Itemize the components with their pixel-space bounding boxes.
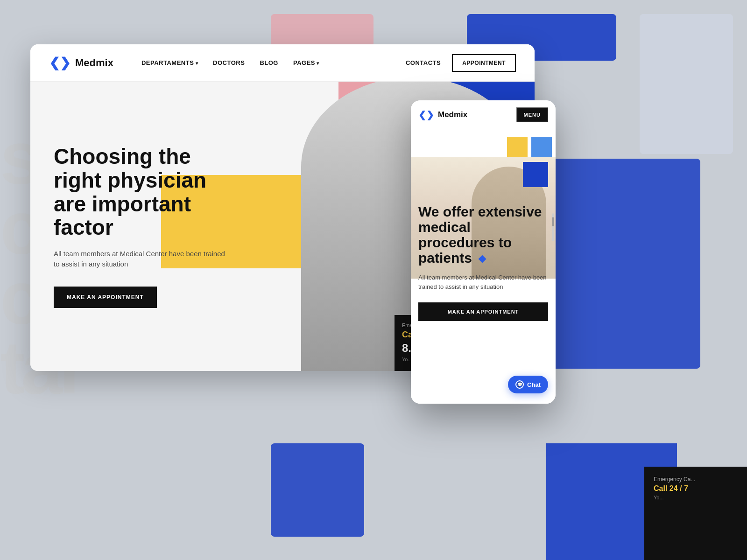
- appointment-button[interactable]: APPOINTMENT: [452, 54, 516, 72]
- emergency-call: Call 24 / 7: [654, 484, 738, 493]
- nav-pages[interactable]: PAGES: [293, 59, 319, 66]
- emergency-label: Emergency Ca...: [654, 476, 738, 483]
- chat-button[interactable]: 💬 Chat: [508, 376, 548, 393]
- mobile-header: ❮❯ Medmix MENU: [411, 100, 556, 129]
- mobile-hero-content: We offer extensive medical procedures to…: [411, 129, 556, 321]
- bg-gray-right-block: [640, 14, 733, 154]
- mobile-cta-button[interactable]: MAKE AN APPOINTMENT: [418, 302, 548, 321]
- hero-subtitle: All team members at Medical Center have …: [54, 249, 231, 270]
- desktop-header: ❮❯ Medmix DEPARTAMENTS DOCTORS BLOG PAGE…: [30, 44, 535, 82]
- emergency-you: Yo...: [654, 495, 738, 500]
- bg-bottom-emergency: Emergency Ca... Call 24 / 7 Yo...: [644, 467, 747, 560]
- nav-blog[interactable]: BLOG: [260, 59, 278, 66]
- desktop-header-right: CONTACTS APPOINTMENT: [406, 54, 516, 72]
- mobile-menu-button[interactable]: MENU: [516, 107, 548, 122]
- mobile-logo-text: Medmix: [438, 110, 467, 119]
- nav-departaments[interactable]: DEPARTAMENTS: [141, 59, 198, 66]
- desktop-nav: DEPARTAMENTS DOCTORS BLOG PAGES: [141, 59, 387, 66]
- desktop-logo-text: Medmix: [75, 57, 113, 69]
- mobile-subtitle: All team members at Medical Center have …: [418, 273, 548, 291]
- mobile-logo-icon: ❮❯: [418, 109, 434, 120]
- desktop-logo-icon: ❮❯: [49, 55, 70, 70]
- mobile-body: We offer extensive medical procedures to…: [411, 129, 556, 404]
- bg-blue-bottom-block: [271, 443, 364, 537]
- contacts-link[interactable]: CONTACTS: [406, 59, 441, 66]
- desktop-logo[interactable]: ❮❯ Medmix: [49, 55, 113, 70]
- chat-icon: 💬: [515, 380, 524, 389]
- blue-diamond-icon: [479, 255, 486, 263]
- desktop-hero-content: Choosing the right physician are importa…: [30, 145, 254, 308]
- mobile-mockup: ❮❯ Medmix MENU We offer extensive medica…: [411, 100, 556, 404]
- hero-cta-button[interactable]: MAKE AN APPOINTMENT: [54, 287, 157, 308]
- chat-label: Chat: [527, 381, 541, 388]
- mobile-title: We offer extensive medical procedures to…: [418, 204, 548, 266]
- hero-title: Choosing the right physician are importa…: [54, 145, 231, 239]
- mobile-logo[interactable]: ❮❯ Medmix: [418, 109, 467, 120]
- nav-doctors[interactable]: DOCTORS: [213, 59, 245, 66]
